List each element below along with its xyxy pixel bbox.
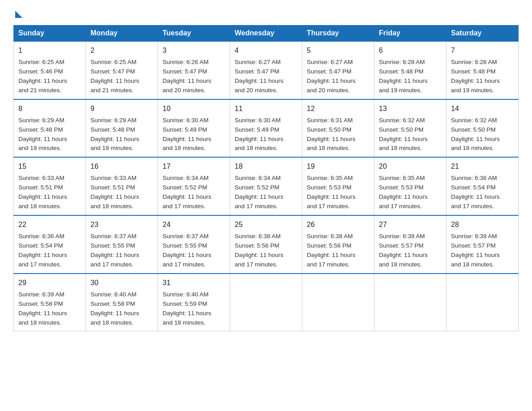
day-info: Sunrise: 6:30 AM Sunset: 5:49 PM Dayligh… bbox=[235, 116, 297, 154]
day-number: 17 bbox=[163, 161, 225, 172]
calendar-cell bbox=[230, 274, 302, 331]
calendar-cell: 10Sunrise: 6:30 AM Sunset: 5:49 PM Dayli… bbox=[158, 99, 230, 158]
day-info: Sunrise: 6:39 AM Sunset: 5:57 PM Dayligh… bbox=[379, 232, 442, 270]
calendar-cell: 4Sunrise: 6:27 AM Sunset: 5:47 PM Daylig… bbox=[230, 41, 302, 99]
logo-arrow-icon bbox=[15, 11, 22, 18]
day-info: Sunrise: 6:35 AM Sunset: 5:53 PM Dayligh… bbox=[379, 174, 442, 211]
calendar-header-saturday: Saturday bbox=[446, 26, 519, 42]
day-number: 30 bbox=[90, 278, 153, 288]
day-info: Sunrise: 6:40 AM Sunset: 5:58 PM Dayligh… bbox=[90, 290, 153, 328]
day-number: 7 bbox=[451, 45, 514, 56]
calendar-cell: 12Sunrise: 6:31 AM Sunset: 5:50 PM Dayli… bbox=[302, 99, 374, 158]
day-info: Sunrise: 6:36 AM Sunset: 5:54 PM Dayligh… bbox=[451, 174, 514, 211]
calendar-cell: 21Sunrise: 6:36 AM Sunset: 5:54 PM Dayli… bbox=[446, 157, 519, 215]
calendar-cell: 20Sunrise: 6:35 AM Sunset: 5:53 PM Dayli… bbox=[374, 157, 446, 215]
day-number: 5 bbox=[307, 45, 369, 56]
day-info: Sunrise: 6:36 AM Sunset: 5:54 PM Dayligh… bbox=[18, 232, 81, 270]
day-info: Sunrise: 6:25 AM Sunset: 5:47 PM Dayligh… bbox=[90, 58, 153, 95]
calendar-header-sunday: Sunday bbox=[14, 26, 86, 42]
calendar-cell: 13Sunrise: 6:32 AM Sunset: 5:50 PM Dayli… bbox=[374, 99, 446, 158]
day-number: 31 bbox=[163, 278, 225, 288]
day-number: 24 bbox=[163, 219, 225, 230]
day-info: Sunrise: 6:34 AM Sunset: 5:52 PM Dayligh… bbox=[235, 174, 297, 211]
calendar-header-wednesday: Wednesday bbox=[230, 26, 302, 42]
day-info: Sunrise: 6:33 AM Sunset: 5:51 PM Dayligh… bbox=[90, 174, 153, 211]
logo bbox=[13, 9, 22, 16]
calendar-cell: 25Sunrise: 6:38 AM Sunset: 5:56 PM Dayli… bbox=[230, 215, 302, 274]
day-number: 18 bbox=[235, 161, 297, 172]
calendar-cell: 28Sunrise: 6:39 AM Sunset: 5:57 PM Dayli… bbox=[446, 215, 519, 274]
day-number: 21 bbox=[451, 161, 514, 172]
day-number: 8 bbox=[18, 103, 81, 114]
day-info: Sunrise: 6:38 AM Sunset: 5:56 PM Dayligh… bbox=[235, 232, 297, 270]
day-number: 25 bbox=[235, 219, 297, 230]
day-info: Sunrise: 6:39 AM Sunset: 5:58 PM Dayligh… bbox=[18, 290, 81, 328]
day-info: Sunrise: 6:27 AM Sunset: 5:47 PM Dayligh… bbox=[235, 58, 297, 95]
calendar-week-row: 15Sunrise: 6:33 AM Sunset: 5:51 PM Dayli… bbox=[14, 157, 519, 215]
day-number: 4 bbox=[235, 45, 297, 56]
day-info: Sunrise: 6:32 AM Sunset: 5:50 PM Dayligh… bbox=[451, 116, 514, 154]
day-info: Sunrise: 6:29 AM Sunset: 5:48 PM Dayligh… bbox=[90, 116, 153, 154]
day-info: Sunrise: 6:34 AM Sunset: 5:52 PM Dayligh… bbox=[163, 174, 225, 211]
calendar-cell: 9Sunrise: 6:29 AM Sunset: 5:48 PM Daylig… bbox=[86, 99, 158, 158]
day-info: Sunrise: 6:37 AM Sunset: 5:55 PM Dayligh… bbox=[163, 232, 225, 270]
day-number: 14 bbox=[451, 103, 514, 114]
day-number: 2 bbox=[90, 45, 153, 56]
calendar-week-row: 29Sunrise: 6:39 AM Sunset: 5:58 PM Dayli… bbox=[14, 274, 519, 331]
calendar-header-monday: Monday bbox=[86, 26, 158, 42]
day-number: 10 bbox=[163, 103, 225, 114]
calendar-cell: 23Sunrise: 6:37 AM Sunset: 5:55 PM Dayli… bbox=[86, 215, 158, 274]
day-info: Sunrise: 6:37 AM Sunset: 5:55 PM Dayligh… bbox=[90, 232, 153, 270]
day-number: 19 bbox=[307, 161, 369, 172]
calendar-cell: 29Sunrise: 6:39 AM Sunset: 5:58 PM Dayli… bbox=[14, 274, 86, 331]
calendar-week-row: 22Sunrise: 6:36 AM Sunset: 5:54 PM Dayli… bbox=[14, 215, 519, 274]
calendar-cell: 11Sunrise: 6:30 AM Sunset: 5:49 PM Dayli… bbox=[230, 99, 302, 158]
day-info: Sunrise: 6:30 AM Sunset: 5:49 PM Dayligh… bbox=[163, 116, 225, 154]
calendar-cell: 1Sunrise: 6:25 AM Sunset: 5:46 PM Daylig… bbox=[14, 41, 86, 99]
day-number: 11 bbox=[235, 103, 297, 114]
calendar-cell: 18Sunrise: 6:34 AM Sunset: 5:52 PM Dayli… bbox=[230, 157, 302, 215]
calendar-cell: 17Sunrise: 6:34 AM Sunset: 5:52 PM Dayli… bbox=[158, 157, 230, 215]
calendar-header: SundayMondayTuesdayWednesdayThursdayFrid… bbox=[14, 26, 519, 42]
calendar-header-tuesday: Tuesday bbox=[158, 26, 230, 42]
day-info: Sunrise: 6:39 AM Sunset: 5:57 PM Dayligh… bbox=[451, 232, 514, 270]
day-number: 27 bbox=[379, 219, 442, 230]
day-number: 28 bbox=[451, 219, 514, 230]
calendar-cell: 22Sunrise: 6:36 AM Sunset: 5:54 PM Dayli… bbox=[14, 215, 86, 274]
day-info: Sunrise: 6:28 AM Sunset: 5:48 PM Dayligh… bbox=[451, 58, 514, 95]
day-number: 6 bbox=[379, 45, 442, 56]
day-info: Sunrise: 6:28 AM Sunset: 5:48 PM Dayligh… bbox=[379, 58, 442, 95]
calendar-cell: 27Sunrise: 6:39 AM Sunset: 5:57 PM Dayli… bbox=[374, 215, 446, 274]
day-number: 29 bbox=[18, 278, 81, 288]
day-info: Sunrise: 6:33 AM Sunset: 5:51 PM Dayligh… bbox=[18, 174, 81, 211]
page-header bbox=[13, 9, 519, 16]
calendar-header-friday: Friday bbox=[374, 26, 446, 42]
day-info: Sunrise: 6:31 AM Sunset: 5:50 PM Dayligh… bbox=[307, 116, 369, 154]
calendar-cell: 16Sunrise: 6:33 AM Sunset: 5:51 PM Dayli… bbox=[86, 157, 158, 215]
day-number: 3 bbox=[163, 45, 225, 56]
calendar-cell: 3Sunrise: 6:26 AM Sunset: 5:47 PM Daylig… bbox=[158, 41, 230, 99]
calendar-week-row: 8Sunrise: 6:29 AM Sunset: 5:48 PM Daylig… bbox=[14, 99, 519, 158]
calendar-week-row: 1Sunrise: 6:25 AM Sunset: 5:46 PM Daylig… bbox=[14, 41, 519, 99]
calendar-cell: 6Sunrise: 6:28 AM Sunset: 5:48 PM Daylig… bbox=[374, 41, 446, 99]
day-number: 16 bbox=[90, 161, 153, 172]
calendar-cell: 26Sunrise: 6:38 AM Sunset: 5:56 PM Dayli… bbox=[302, 215, 374, 274]
calendar-cell bbox=[302, 274, 374, 331]
day-info: Sunrise: 6:29 AM Sunset: 5:48 PM Dayligh… bbox=[18, 116, 81, 154]
day-info: Sunrise: 6:26 AM Sunset: 5:47 PM Dayligh… bbox=[163, 58, 225, 95]
day-info: Sunrise: 6:38 AM Sunset: 5:56 PM Dayligh… bbox=[307, 232, 369, 270]
calendar-cell: 19Sunrise: 6:35 AM Sunset: 5:53 PM Dayli… bbox=[302, 157, 374, 215]
day-info: Sunrise: 6:35 AM Sunset: 5:53 PM Dayligh… bbox=[307, 174, 369, 211]
day-info: Sunrise: 6:32 AM Sunset: 5:50 PM Dayligh… bbox=[379, 116, 442, 154]
calendar-cell: 2Sunrise: 6:25 AM Sunset: 5:47 PM Daylig… bbox=[86, 41, 158, 99]
day-number: 22 bbox=[18, 219, 81, 230]
day-number: 23 bbox=[90, 219, 153, 230]
calendar-cell: 14Sunrise: 6:32 AM Sunset: 5:50 PM Dayli… bbox=[446, 99, 519, 158]
calendar-table: SundayMondayTuesdayWednesdayThursdayFrid… bbox=[13, 25, 519, 331]
day-number: 13 bbox=[379, 103, 442, 114]
calendar-cell: 24Sunrise: 6:37 AM Sunset: 5:55 PM Dayli… bbox=[158, 215, 230, 274]
day-number: 1 bbox=[18, 45, 81, 56]
calendar-cell bbox=[446, 274, 519, 331]
day-number: 9 bbox=[90, 103, 153, 114]
day-info: Sunrise: 6:27 AM Sunset: 5:47 PM Dayligh… bbox=[307, 58, 369, 95]
